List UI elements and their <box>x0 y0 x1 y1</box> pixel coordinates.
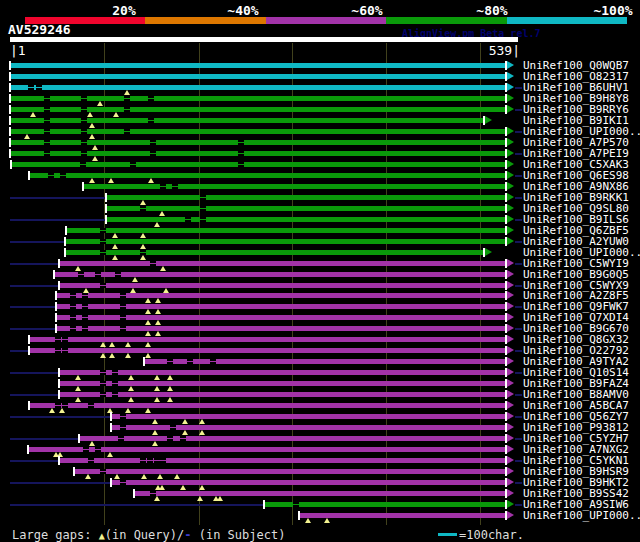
alignment-bar[interactable] <box>60 381 505 386</box>
subject-tail-line <box>515 131 522 133</box>
hit-label[interactable]: UniRef100_UPI000.. <box>523 510 640 521</box>
alignment-bar[interactable] <box>84 184 505 189</box>
alignment-gap-line <box>118 438 124 439</box>
alignment-bar[interactable] <box>145 359 505 364</box>
alignment-gap-line <box>238 164 244 165</box>
subject-lead-line <box>10 438 78 440</box>
alignment-gap-line <box>100 241 106 242</box>
alignment-bar[interactable] <box>107 217 505 222</box>
alignment-arrowhead <box>507 204 514 212</box>
query-ruler-bar <box>10 37 518 42</box>
alignment-arrowhead <box>507 105 514 113</box>
alignment-gap-line <box>140 460 146 461</box>
query-gap-marker <box>174 474 180 479</box>
alignment-arrowhead <box>507 72 514 80</box>
alignment-bar[interactable] <box>265 502 505 507</box>
query-gap-marker <box>24 134 30 139</box>
subject-lead-line <box>10 219 105 221</box>
alignment-arrowhead <box>485 248 492 256</box>
subject-tail-line <box>515 285 522 287</box>
query-gap-marker <box>92 145 98 150</box>
alignment-bar[interactable] <box>107 195 505 200</box>
alignment-bar[interactable] <box>66 250 483 255</box>
alignment-gap-line <box>120 482 126 483</box>
alignment-gap-line <box>82 317 88 318</box>
alignment-gap-line <box>70 295 76 296</box>
alignment-arrowhead <box>507 193 514 201</box>
alignment-gap-line <box>170 427 176 428</box>
alignment-gap-line <box>100 230 106 231</box>
alignment-bar[interactable] <box>60 283 505 288</box>
query-gap-marker <box>159 211 165 216</box>
alignment-arrowhead <box>507 478 514 486</box>
alignment-gap-line <box>88 405 94 406</box>
alignment-bar[interactable] <box>11 85 505 90</box>
alignment-gap-line <box>130 164 136 165</box>
alignment-bar[interactable] <box>60 458 505 463</box>
query-gap-marker <box>89 178 95 183</box>
query-gap-marker <box>217 496 223 501</box>
alignment-gap-line <box>62 350 68 351</box>
subject-tail-line <box>515 438 522 440</box>
query-gap-marker <box>145 408 151 413</box>
alignment-gap-line <box>82 328 88 329</box>
alignment-gap-line <box>112 394 118 395</box>
query-gap-marker <box>159 485 165 490</box>
alignment-bar[interactable] <box>112 414 505 419</box>
legend-tick-label: 20% <box>112 3 135 18</box>
query-gap-marker <box>182 419 188 424</box>
alignment-bar[interactable] <box>112 480 505 485</box>
alignment-arrowhead <box>507 412 514 420</box>
alignment-bar[interactable] <box>67 228 505 233</box>
alignment-gap-line <box>200 208 206 209</box>
alignment-gap-line <box>120 427 126 428</box>
scale-bar-line <box>438 533 457 536</box>
alignment-bar[interactable] <box>300 513 505 518</box>
alignment-bar[interactable] <box>75 469 505 474</box>
alignment-bar[interactable] <box>11 74 505 79</box>
alignment-arrowhead <box>507 335 514 343</box>
alignment-gap-line <box>28 87 34 88</box>
alignment-bar[interactable] <box>30 173 505 178</box>
alignment-gap-line <box>82 306 88 307</box>
gaps-legend-prefix: Large gaps: <box>12 528 99 542</box>
legend-segment <box>507 17 627 24</box>
alignment-bar[interactable] <box>60 392 505 397</box>
alignment-gap-line <box>238 142 244 143</box>
alignment-bar[interactable] <box>60 370 505 375</box>
alignment-bar[interactable] <box>80 436 505 441</box>
alignment-gap-line <box>44 142 50 143</box>
alignment-gap-line <box>44 98 50 99</box>
legend-segment <box>266 17 386 24</box>
alignment-gap-line <box>120 317 126 318</box>
alignment-arrowhead <box>507 324 514 332</box>
alignment-bar[interactable] <box>11 63 505 68</box>
alignment-bar[interactable] <box>30 403 505 408</box>
alignment-arrowhead <box>507 500 514 508</box>
alignment-bar[interactable] <box>60 261 505 266</box>
alignment-arrowhead <box>507 127 514 135</box>
alignment-bar[interactable] <box>135 491 505 496</box>
subject-tail-line <box>515 460 522 462</box>
subject-tail-line <box>515 416 522 418</box>
query-gap-marker <box>152 419 158 424</box>
alignment-gap-line <box>150 142 156 143</box>
query-gap-marker <box>155 298 161 303</box>
alignment-gap-line <box>120 295 126 296</box>
alignment-bar[interactable] <box>107 206 505 211</box>
alignment-bar[interactable] <box>66 239 505 244</box>
subject-lead-line <box>10 394 58 396</box>
alignment-gap-line <box>44 120 50 121</box>
alignment-arrowhead <box>507 357 514 365</box>
alignment-gap-line <box>120 416 126 417</box>
subject-tail-line <box>515 372 522 374</box>
alignment-gap-line <box>238 153 244 154</box>
query-gap-marker <box>75 386 81 391</box>
alignment-arrowhead <box>507 281 514 289</box>
query-gap-marker <box>100 342 106 347</box>
subject-lead-line <box>10 372 58 374</box>
alignment-bar[interactable] <box>55 272 505 277</box>
alignment-arrowhead <box>507 489 514 497</box>
legend-segment <box>145 17 265 24</box>
query-gap-marker <box>148 178 154 183</box>
